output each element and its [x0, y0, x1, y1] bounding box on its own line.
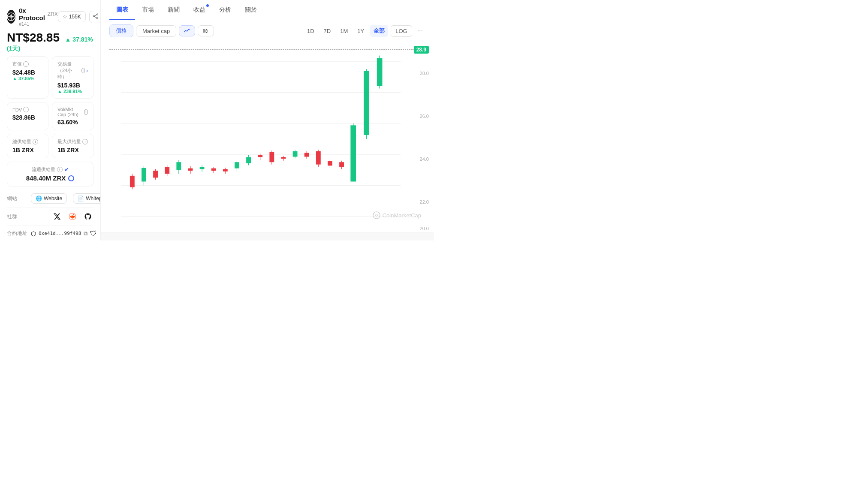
time-1y-button[interactable]: 1Y [354, 26, 368, 36]
verified-icon: ✔ [64, 166, 69, 173]
svg-rect-34 [188, 168, 193, 171]
market-cap-card: 市值 i $24.48B ▲ 37.85% [7, 56, 48, 99]
candlestick-chart [109, 46, 413, 232]
links-section: 網站 🌐 Website 📄 Whitepaper 社群 [7, 190, 93, 240]
svg-rect-48 [269, 152, 274, 162]
svg-point-6 [93, 15, 94, 17]
max-supply-info-icon[interactable]: i [82, 139, 88, 144]
time-1d-button[interactable]: 1D [304, 26, 318, 36]
github-icon[interactable] [82, 211, 93, 222]
circ-supply-info-icon[interactable]: i [57, 167, 63, 172]
website-button[interactable]: 🌐 Website [31, 193, 67, 204]
chart-toolbar: 價格 Market cap 1D 7D 1M [101, 20, 434, 42]
twitter-icon[interactable] [51, 211, 63, 222]
svg-rect-46 [258, 155, 262, 157]
svg-line-7 [94, 15, 97, 16]
total-supply-card: 總供給量 i 1B ZRX [7, 134, 48, 158]
vol-mkt-info-icon[interactable]: i [84, 109, 88, 115]
time-1m-button[interactable]: 1M [337, 26, 351, 36]
market-cap-info-icon[interactable]: i [23, 61, 29, 67]
chart-scrollbar[interactable] [101, 232, 434, 240]
candle-chart-button[interactable] [198, 25, 214, 36]
coin-logo [7, 10, 15, 24]
tab-news[interactable]: 新聞 [161, 0, 187, 20]
doc-icon: 📄 [78, 195, 84, 201]
svg-rect-24 [130, 176, 135, 187]
fdv-card: FDV i $28.86B [7, 102, 48, 130]
svg-rect-50 [281, 157, 286, 159]
svg-rect-66 [377, 58, 383, 86]
svg-rect-28 [153, 171, 158, 177]
vol-mkt-card: Vol/Mkt Cap (24h) i 63.60% [52, 102, 93, 130]
whitepaper-button[interactable]: 📄 Whitepaper [73, 193, 101, 204]
left-panel: 0x Protocol ZRX #141 ☆ 155K [0, 0, 101, 240]
star-icon: ☆ [63, 14, 67, 20]
tab-income[interactable]: 收益 [187, 0, 212, 20]
price-type-button[interactable]: 價格 [109, 24, 133, 37]
time-7d-button[interactable]: 7D [320, 26, 335, 36]
tab-analysis[interactable]: 分析 [212, 0, 238, 20]
contract-row: 合約地址 ⬡ 0xe41d...99f498 ⧉ 🛡 🦊 [7, 226, 93, 240]
svg-rect-44 [246, 157, 251, 163]
income-dot [206, 4, 209, 7]
volume-info-icon[interactable]: i [81, 68, 85, 73]
time-all-button[interactable]: 全部 [370, 25, 388, 37]
fdv-info-icon[interactable]: i [23, 107, 29, 112]
marketcap-type-button[interactable]: Market cap [136, 25, 176, 37]
svg-rect-30 [165, 167, 169, 174]
svg-rect-52 [293, 151, 298, 157]
svg-rect-14 [206, 30, 207, 32]
max-supply-card: 最大供給量 i 1B ZRX [52, 134, 93, 158]
svg-rect-62 [350, 125, 356, 181]
y-label-24: 24.0 [420, 156, 429, 162]
reddit-icon[interactable] [67, 211, 78, 222]
dashed-price-line [109, 49, 421, 50]
tab-about[interactable]: 關於 [238, 0, 264, 20]
share-button[interactable] [89, 11, 101, 23]
chart-area: 28.9 28.0 26.0 24.0 22.0 20.0 [101, 42, 434, 232]
volume-card: 交易量（24小時） i › $15.93B ▲ 239.91% [52, 56, 93, 99]
svg-rect-56 [316, 151, 321, 165]
eth-icon: ⬡ [31, 230, 36, 237]
more-options-button[interactable]: ··· [415, 25, 425, 37]
svg-rect-26 [142, 168, 146, 182]
svg-rect-58 [328, 161, 332, 166]
svg-rect-32 [176, 162, 181, 170]
svg-rect-11 [203, 30, 205, 32]
svg-rect-36 [200, 167, 205, 169]
watchlist-button[interactable]: ☆ 155K [58, 11, 86, 22]
price-section: NT$28.85 ▲ 37.81% (1天) [7, 31, 93, 53]
main-price: NT$28.85 [7, 31, 60, 44]
circ-supply-circle-icon [68, 175, 74, 181]
log-button[interactable]: LOG [391, 25, 412, 37]
coin-rank: #141 [19, 21, 58, 27]
circ-supply-card: 流通供給量 i ✔ 848.40M ZRX [7, 162, 93, 186]
website-row: 網站 🌐 Website 📄 Whitepaper [7, 190, 93, 207]
total-supply-info-icon[interactable]: i [33, 139, 38, 144]
contract-address: 0xe41d...99f498 [39, 231, 81, 236]
share-icon [93, 13, 99, 21]
svg-rect-40 [223, 169, 228, 171]
watermark: CoinMarketCap [373, 211, 421, 219]
tab-market[interactable]: 市場 [135, 0, 161, 20]
nav-tabs: 圖表 市場 新聞 收益 分析 關於 [101, 0, 434, 20]
shield-icon[interactable]: 🛡 [90, 230, 97, 237]
coin-name-title: 0x Protocol ZRX [19, 7, 58, 21]
svg-line-8 [94, 16, 97, 18]
svg-rect-60 [339, 162, 344, 167]
copy-icon[interactable]: ⧉ [84, 230, 87, 237]
globe-icon: 🌐 [36, 195, 42, 201]
y-label-28: 28.0 [420, 71, 429, 76]
community-row: 社群 [7, 207, 93, 226]
line-chart-button[interactable] [179, 25, 195, 36]
y-label-22: 22.0 [420, 199, 429, 204]
y-label-20: 20.0 [420, 226, 429, 231]
y-label-26: 26.0 [420, 114, 429, 119]
svg-point-67 [373, 212, 380, 219]
svg-rect-38 [211, 168, 216, 171]
volume-arrow-icon[interactable]: › [86, 68, 88, 74]
svg-rect-64 [364, 71, 369, 135]
right-panel: 圖表 市場 新聞 收益 分析 關於 價格 Market cap [101, 0, 434, 240]
svg-rect-42 [235, 162, 239, 168]
tab-chart[interactable]: 圖表 [109, 0, 135, 20]
